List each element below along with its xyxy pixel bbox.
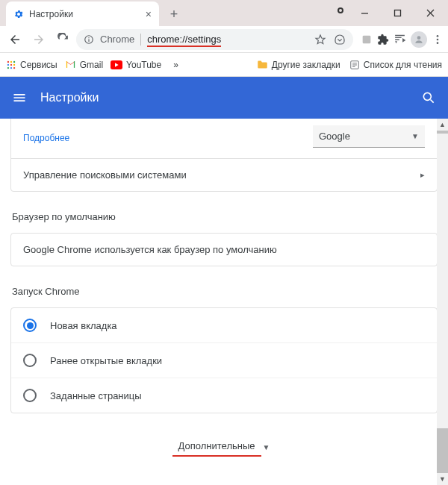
default-browser-title: Браузер по умолчанию bbox=[12, 211, 436, 222]
url-separator bbox=[140, 34, 141, 46]
svg-point-17 bbox=[13, 63, 15, 65]
bookmark-star-icon[interactable] bbox=[314, 34, 326, 46]
svg-point-9 bbox=[437, 35, 439, 37]
svg-point-13 bbox=[10, 60, 12, 62]
bookmark-gmail-label: Gmail bbox=[80, 60, 103, 70]
svg-point-19 bbox=[10, 66, 12, 68]
url-text: chrome://settings bbox=[147, 34, 221, 45]
pocket-icon[interactable] bbox=[334, 34, 346, 46]
maximize-button[interactable] bbox=[381, 2, 414, 23]
manage-search-engines-label: Управление поисковыми системами bbox=[23, 169, 187, 181]
svg-point-11 bbox=[437, 42, 439, 44]
close-window-button[interactable] bbox=[414, 2, 447, 23]
site-info-icon[interactable] bbox=[84, 34, 94, 45]
settings-content: Подробнее Google ▼ Управление поисковыми… bbox=[0, 119, 448, 485]
radio-icon bbox=[23, 354, 37, 367]
new-tab-button[interactable]: + bbox=[164, 4, 184, 25]
svg-rect-1 bbox=[394, 10, 400, 16]
account-indicator-icon[interactable] bbox=[337, 7, 343, 13]
chevron-down-icon: ▼ bbox=[263, 443, 270, 451]
menu-dots-icon[interactable] bbox=[432, 34, 444, 46]
svg-point-12 bbox=[7, 60, 9, 62]
search-engine-dropdown[interactable]: Google ▼ bbox=[313, 125, 425, 148]
startup-option-pages[interactable]: Заданные страницы bbox=[11, 378, 437, 413]
bookmark-gmail[interactable]: Gmail bbox=[65, 59, 103, 70]
svg-point-16 bbox=[10, 63, 12, 65]
page-title: Настройки bbox=[40, 91, 99, 104]
other-bookmarks-label: Другие закладки bbox=[272, 60, 340, 70]
gear-icon bbox=[13, 9, 24, 19]
default-browser-card: Google Chrome используется как браузер п… bbox=[10, 233, 438, 266]
startup-title: Запуск Chrome bbox=[12, 286, 436, 297]
url-scheme: Chrome bbox=[100, 34, 134, 45]
default-browser-row: Google Chrome используется как браузер п… bbox=[11, 234, 437, 266]
startup-option-label: Ранее открытые вкладки bbox=[50, 355, 162, 366]
chevron-right-icon: ▸ bbox=[420, 170, 425, 180]
reading-list[interactable]: Список для чтения bbox=[349, 60, 442, 70]
back-button[interactable] bbox=[4, 29, 25, 50]
advanced-toggle[interactable]: Дополнительные ▼ bbox=[10, 440, 438, 454]
manage-search-engines-row[interactable]: Управление поисковыми системами ▸ bbox=[11, 158, 437, 191]
radio-icon bbox=[23, 389, 37, 402]
startup-option-label: Заданные страницы bbox=[50, 390, 142, 401]
startup-option-newtab[interactable]: Новая вкладка bbox=[11, 308, 437, 342]
extension-icon[interactable] bbox=[361, 34, 373, 46]
reading-list-label: Список для чтения bbox=[364, 60, 442, 70]
startup-option-continue[interactable]: Ранее открытые вкладки bbox=[11, 342, 437, 378]
other-bookmarks[interactable]: Другие закладки bbox=[257, 60, 340, 70]
forward-button[interactable] bbox=[28, 29, 49, 50]
browser-toolbar: Chrome chrome://settings bbox=[0, 26, 448, 53]
svg-point-20 bbox=[13, 66, 15, 68]
bookmark-youtube-label: YouTube bbox=[126, 60, 161, 70]
apps-label: Сервисы bbox=[20, 60, 57, 70]
extensions-puzzle-icon[interactable] bbox=[377, 34, 389, 46]
svg-point-5 bbox=[88, 37, 89, 37]
svg-line-27 bbox=[431, 100, 434, 103]
svg-point-15 bbox=[7, 63, 9, 65]
window-titlebar: Настройки × + bbox=[0, 0, 448, 26]
scrollbar-thumb[interactable] bbox=[437, 428, 448, 473]
svg-point-26 bbox=[423, 93, 431, 100]
minimize-button[interactable] bbox=[348, 2, 381, 23]
scrollbar[interactable]: ▲ ▼ bbox=[437, 119, 448, 485]
svg-point-8 bbox=[417, 36, 421, 40]
svg-point-18 bbox=[7, 66, 9, 68]
chevron-down-icon: ▼ bbox=[411, 132, 419, 140]
search-engine-selected: Google bbox=[319, 131, 350, 142]
browser-tab[interactable]: Настройки × bbox=[6, 1, 159, 26]
search-engine-row: Подробнее Google ▼ bbox=[11, 119, 437, 158]
learn-more-link[interactable]: Подробнее bbox=[23, 133, 69, 143]
search-icon[interactable] bbox=[421, 90, 436, 105]
search-engine-card: Подробнее Google ▼ Управление поисковыми… bbox=[10, 119, 438, 192]
media-control-icon[interactable] bbox=[393, 33, 406, 46]
scroll-up-icon[interactable]: ▲ bbox=[437, 119, 448, 131]
bookmarks-bar: Сервисы Gmail YouTube » Другие закладки … bbox=[0, 53, 448, 77]
bookmark-overflow[interactable]: » bbox=[173, 60, 178, 70]
tab-title: Настройки bbox=[29, 9, 73, 19]
window-controls bbox=[348, 2, 447, 23]
advanced-label: Дополнительные bbox=[178, 440, 255, 454]
close-tab-icon[interactable]: × bbox=[146, 8, 152, 20]
profile-avatar[interactable] bbox=[411, 31, 427, 48]
svg-rect-7 bbox=[363, 35, 371, 43]
svg-point-14 bbox=[13, 60, 15, 62]
scroll-down-icon[interactable]: ▼ bbox=[437, 473, 448, 485]
apps-button[interactable]: Сервисы bbox=[6, 60, 57, 70]
startup-option-label: Новая вкладка bbox=[50, 320, 117, 331]
menu-icon[interactable] bbox=[12, 90, 27, 105]
bookmark-youtube[interactable]: YouTube bbox=[111, 60, 161, 70]
settings-header: Настройки bbox=[0, 77, 448, 119]
startup-card: Новая вкладка Ранее открытые вкладки Зад… bbox=[10, 307, 438, 413]
address-bar[interactable]: Chrome chrome://settings bbox=[76, 29, 353, 50]
reload-button[interactable] bbox=[52, 29, 73, 50]
scrollbar-thumb[interactable] bbox=[437, 131, 448, 134]
default-browser-text: Google Chrome используется как браузер п… bbox=[23, 244, 277, 255]
svg-point-10 bbox=[437, 38, 439, 40]
svg-rect-6 bbox=[88, 39, 89, 42]
radio-icon bbox=[23, 319, 37, 332]
